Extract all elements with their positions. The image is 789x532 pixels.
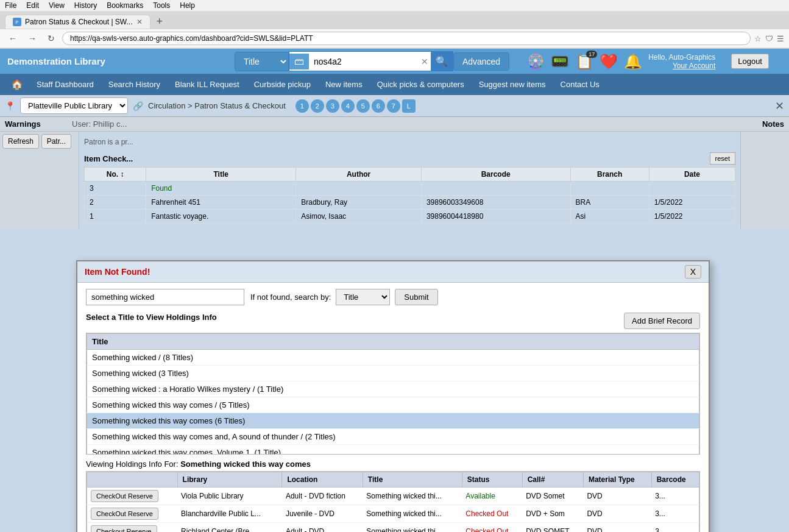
menu-history[interactable]: History	[74, 1, 97, 10]
nav-staff-dashboard[interactable]: Staff Dashboard	[29, 75, 101, 94]
title-row-6[interactable]: Something wicked this way comes. Volume …	[87, 445, 699, 455]
tab-2[interactable]: 2	[311, 99, 324, 113]
holdings-row-2: Checkout ReserveRichland Center (Bre...A…	[87, 523, 699, 533]
location-close-button[interactable]: ✕	[775, 99, 784, 113]
tab-close-button[interactable]: ✕	[136, 18, 143, 26]
library-cell-0: Viola Public Library	[177, 488, 282, 505]
nav-search-history[interactable]: Search History	[101, 75, 168, 94]
col-branch: Branch	[570, 168, 649, 182]
account-label[interactable]: Your Account	[648, 62, 715, 70]
tab-1[interactable]: 1	[295, 99, 309, 113]
row-author: Asimov, Isaac	[296, 210, 422, 224]
notes-label: Notes	[762, 119, 784, 129]
reload-button[interactable]: ↻	[44, 32, 58, 44]
checkout-reserve-button-1[interactable]: CheckOut Reserve	[91, 508, 158, 520]
col-date: Date	[649, 168, 735, 182]
patron-button[interactable]: Patr...	[41, 134, 71, 149]
location-bar: 📍 Platteville Public Library 🔗 Circulati…	[0, 95, 789, 117]
tab-6[interactable]: 6	[372, 99, 385, 113]
heart-icon[interactable]: ❤️	[600, 53, 618, 70]
menu-bookmarks[interactable]: Bookmarks	[107, 1, 143, 10]
menu-file[interactable]: File	[5, 1, 16, 10]
row-barcode: 39896003349608	[421, 196, 570, 210]
viewing-info-value: Something wicked this way comes	[180, 459, 311, 469]
title-row-5[interactable]: Something wicked this way comes and, A s…	[87, 429, 699, 445]
title-row-2[interactable]: Something wicked : a Horatio Wilkes myst…	[87, 381, 699, 397]
holdings-scroll[interactable]: LibraryLocationTitleStatusCall#Material …	[86, 471, 700, 532]
location-cell-1: Juvenile - DVD	[282, 505, 363, 523]
tab-5[interactable]: 5	[356, 99, 370, 113]
menu-icon[interactable]: ☰	[777, 34, 784, 43]
refresh-button[interactable]: Refresh	[2, 134, 39, 149]
status-cell-1: Checked Out	[462, 505, 522, 523]
modal-search-input[interactable]	[86, 289, 244, 305]
holdings-row-0: CheckOut ReserveViola Public LibraryAdul…	[87, 488, 699, 505]
search-by-select[interactable]: Title Author Subject Keyword	[336, 289, 390, 305]
tab-favicon: P	[13, 18, 21, 26]
nav-bar: 🏠 Staff Dashboard Search History Blank I…	[0, 74, 789, 95]
menu-tools[interactable]: Tools	[153, 1, 170, 10]
browser-tab-active[interactable]: P Patron Status & Checkout | SW... ✕	[5, 15, 150, 29]
search-type-select[interactable]: Title Author Subject	[235, 52, 289, 71]
title-row-3[interactable]: Something wicked this way comes / (5 Tit…	[87, 397, 699, 413]
reset-button[interactable]: reset	[710, 152, 735, 165]
titles-col-header: Title	[87, 334, 699, 350]
title-row-0[interactable]: Something wicked / (8 Titles)	[87, 350, 699, 366]
nav-curbside[interactable]: Curbside pickup	[247, 75, 318, 94]
warnings-label: Warnings	[5, 119, 72, 129]
back-button[interactable]: ←	[5, 32, 21, 44]
list-icon[interactable]: 📋17	[575, 53, 593, 70]
tab-7[interactable]: 7	[387, 99, 400, 113]
header-icons: 🎡 📟 📋17 ❤️ 🔔 Hello, Auto-Graphics Your A…	[526, 53, 769, 70]
submit-button[interactable]: Submit	[395, 289, 437, 305]
callnum-cell-2: DVD SOMET	[522, 523, 583, 533]
holdings-col-5: Call#	[522, 472, 583, 488]
col-no: No. ↕	[85, 168, 146, 182]
nav-new-items[interactable]: New items	[318, 75, 370, 94]
bell-icon[interactable]: 🔔	[624, 53, 642, 70]
menu-view[interactable]: View	[49, 1, 65, 10]
holdings-col-2: Location	[282, 472, 363, 488]
menu-edit[interactable]: Edit	[26, 1, 39, 10]
title-row-1[interactable]: Something wicked (3 Titles)	[87, 366, 699, 381]
forward-button[interactable]: →	[24, 32, 40, 44]
nav-home-icon[interactable]: 🏠	[5, 74, 29, 95]
table-row: 2 Fahrenheit 451 Bradbury, Ray 398960033…	[85, 196, 735, 210]
status-cell-2: Checked Out	[462, 523, 522, 533]
library-cell-1: Blanchardville Public L...	[177, 505, 282, 523]
nav-contact[interactable]: Contact Us	[553, 75, 607, 94]
bookmark-icon[interactable]: ☆	[754, 34, 762, 43]
row-no: 2	[85, 196, 146, 210]
advanced-search-button[interactable]: Advanced	[453, 52, 509, 71]
col-author: Author	[296, 168, 422, 182]
library-select[interactable]: Platteville Public Library	[20, 98, 128, 114]
checkout-reserve-button-0[interactable]: CheckOut Reserve	[91, 490, 158, 502]
nav-blank-ill[interactable]: Blank ILL Request	[168, 75, 247, 94]
nav-suggest[interactable]: Suggest new items	[472, 75, 553, 94]
material-type-cell-0: DVD	[583, 488, 651, 505]
col-title: Title	[146, 168, 296, 182]
checkout-reserve-button-2[interactable]: Checkout Reserve	[91, 525, 157, 532]
title-row-4[interactable]: Something wicked this way comes (6 Title…	[87, 413, 699, 429]
tab-3[interactable]: 3	[326, 99, 339, 113]
table-row: 3 Found	[85, 182, 735, 196]
tab-4[interactable]: 4	[341, 99, 355, 113]
address-input[interactable]	[62, 32, 751, 45]
location-cell-0: Adult - DVD fiction	[282, 488, 363, 505]
logout-button[interactable]: Logout	[731, 54, 769, 69]
colorwheel-icon[interactable]: 🎡	[526, 53, 545, 70]
nav-quick-picks[interactable]: Quick picks & computers	[370, 75, 472, 94]
add-brief-record-button[interactable]: Add Brief Record	[624, 313, 700, 329]
holdings-col-3: Title	[363, 472, 462, 488]
titles-scroll[interactable]: Title Something wicked / (8 Titles)Somet…	[86, 333, 700, 455]
item-checkout-label: Item Check...	[84, 154, 133, 163]
menu-help[interactable]: Help	[180, 1, 195, 10]
new-tab-button[interactable]: +	[153, 14, 167, 29]
search-go-button[interactable]: 🔍	[431, 52, 453, 71]
viewing-info: Viewing Holdings Info For: Something wic…	[86, 455, 700, 471]
scanner-icon[interactable]: 📟	[551, 53, 569, 70]
tab-L[interactable]: L	[402, 99, 416, 113]
modal-close-button[interactable]: X	[685, 265, 701, 278]
search-clear-button[interactable]: ✕	[419, 54, 431, 69]
search-input[interactable]	[309, 53, 419, 70]
